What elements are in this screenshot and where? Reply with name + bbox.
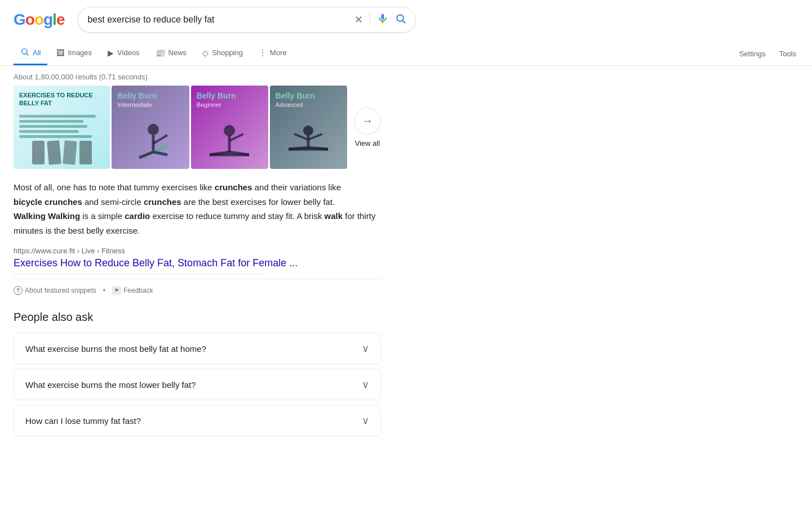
paa-title: People also ask — [14, 311, 381, 324]
mic-icon[interactable] — [377, 13, 388, 27]
tab-shopping[interactable]: ◇ Shopping — [196, 43, 250, 65]
google-logo[interactable]: Google — [14, 11, 64, 29]
snippet-bold-crunches2: crunches — [144, 197, 181, 207]
news-icon: 📰 — [156, 48, 165, 57]
main-content: EXERCISES TO REDUCE BELLY FAT — [0, 86, 394, 450]
search-input[interactable] — [87, 15, 348, 25]
snippet-separator — [14, 274, 267, 274]
snippet-bold-walk: walk — [325, 211, 343, 221]
svg-line-11 — [153, 152, 167, 155]
paa-question-2[interactable]: What exercise burns the most lower belly… — [14, 369, 381, 400]
paa-question-3[interactable]: How can I lose tummy fat fast? ∨ — [14, 405, 381, 436]
videos-icon: ▶ — [108, 48, 114, 57]
header: Google ✕ — [0, 0, 812, 39]
svg-line-10 — [139, 152, 153, 158]
img4-labels: Belly Burn Advanced — [276, 91, 315, 108]
all-icon — [20, 47, 29, 58]
snippet-bold-crunches: crunches — [215, 182, 252, 192]
tab-images[interactable]: 🖼 Images — [50, 43, 99, 65]
svg-point-19 — [303, 126, 313, 136]
paa-question-1[interactable]: What exercise burns the most belly fat a… — [14, 333, 381, 364]
search-button[interactable] — [395, 13, 406, 27]
nav-right: Settings Tools — [737, 44, 798, 64]
svg-rect-0 — [381, 14, 384, 19]
snippet-text-4: are the best exercises for lower belly f… — [181, 197, 335, 207]
tools-link[interactable]: Tools — [777, 44, 798, 64]
img1-silhouettes — [14, 141, 110, 164]
results-count: About 1,80,00,000 results (0.71 seconds) — [0, 66, 812, 86]
carousel-image-2[interactable]: Belly Burn Intermediate — [112, 86, 189, 169]
search-divider — [370, 13, 370, 26]
featured-snippet: Most of all, one has to note that tummy … — [14, 180, 381, 238]
paa-chevron-2: ∨ — [362, 378, 369, 391]
view-all-button[interactable]: → View all — [354, 108, 381, 148]
more-icon: ⋮ — [259, 48, 267, 57]
img1-label: EXERCISES TO REDUCE BELLY FAT — [19, 91, 104, 108]
snippet-bold-walking: Walking Walking — [14, 211, 80, 221]
paa-question-3-text: How can I lose tummy fat fast? — [25, 416, 141, 426]
tab-more[interactable]: ⋮ More — [252, 43, 294, 65]
tab-videos[interactable]: ▶ Videos — [101, 43, 147, 65]
paa-question-2-text: What exercise burns the most lower belly… — [25, 380, 196, 390]
about-snippet[interactable]: ? About featured snippets — [14, 286, 96, 295]
feedback-label: Feedback — [123, 287, 153, 294]
source-title-link[interactable]: Exercises How to Reduce Belly Fat, Stoma… — [14, 257, 381, 269]
img2-figure — [112, 118, 189, 169]
snippet-text-5: is a simple — [80, 211, 125, 221]
paa-chevron-3: ∨ — [362, 414, 369, 427]
people-also-ask: People also ask What exercise burns the … — [14, 302, 381, 450]
svg-line-23 — [308, 148, 328, 149]
snippet-text-3: and semi-circle — [82, 197, 144, 207]
img4-figure — [270, 118, 347, 169]
carousel-image-4[interactable]: Belly Burn Advanced — [270, 86, 347, 169]
paa-question-1-text: What exercise burns the most belly fat a… — [25, 344, 206, 354]
question-icon: ? — [14, 286, 23, 295]
footer-dot: • — [103, 287, 105, 294]
snippet-footer: ? About featured snippets • ⚑ Feedback — [14, 279, 381, 302]
snippet-text-1: Most of all, one has to note that tummy … — [14, 182, 215, 192]
clear-icon[interactable]: ✕ — [354, 14, 363, 26]
view-all-arrow: → — [354, 108, 381, 135]
snippet-text-2: and their variations like — [252, 182, 341, 192]
nav-tabs: All 🖼 Images ▶ Videos 📰 News ◇ Shopping … — [0, 39, 812, 66]
svg-line-6 — [26, 53, 28, 55]
source-url: https://www.cure.fit › Live › Fitness — [14, 247, 381, 255]
img3-figure — [191, 118, 268, 169]
snippet-text-6: exercise to reduce tummy and stay fit. A… — [150, 211, 324, 221]
tab-all[interactable]: All — [14, 42, 47, 65]
snippet-bold-cardio: cardio — [125, 211, 150, 221]
search-bar: ✕ — [78, 7, 416, 33]
img3-labels: Belly Burn Beginner — [197, 91, 236, 108]
carousel-images: EXERCISES TO REDUCE BELLY FAT — [14, 86, 347, 169]
snippet-bold-bicycle: bicycle crunches — [14, 197, 82, 207]
image-carousel: EXERCISES TO REDUCE BELLY FAT — [14, 86, 381, 169]
svg-line-22 — [289, 148, 308, 149]
svg-line-12 — [153, 135, 167, 144]
feedback-icon: ⚑ — [112, 286, 121, 295]
feedback-section[interactable]: ⚑ Feedback — [112, 286, 153, 295]
svg-point-13 — [224, 125, 235, 136]
about-snippet-label: About featured snippets — [25, 287, 96, 294]
paa-chevron-1: ∨ — [362, 342, 369, 355]
img2-labels: Belly Burn Intermediate — [117, 91, 157, 108]
img1-text — [19, 115, 104, 140]
view-all-text: View all — [355, 139, 380, 148]
svg-point-7 — [148, 124, 159, 135]
shopping-icon: ◇ — [202, 48, 208, 57]
carousel-image-1[interactable]: EXERCISES TO REDUCE BELLY FAT — [14, 86, 110, 169]
svg-line-4 — [403, 20, 405, 23]
search-icons: ✕ — [354, 13, 406, 27]
settings-link[interactable]: Settings — [737, 44, 768, 64]
carousel-image-3[interactable]: Belly Burn Beginner — [191, 86, 268, 169]
tab-news[interactable]: 📰 News — [149, 43, 194, 65]
images-icon: 🖼 — [56, 48, 64, 57]
